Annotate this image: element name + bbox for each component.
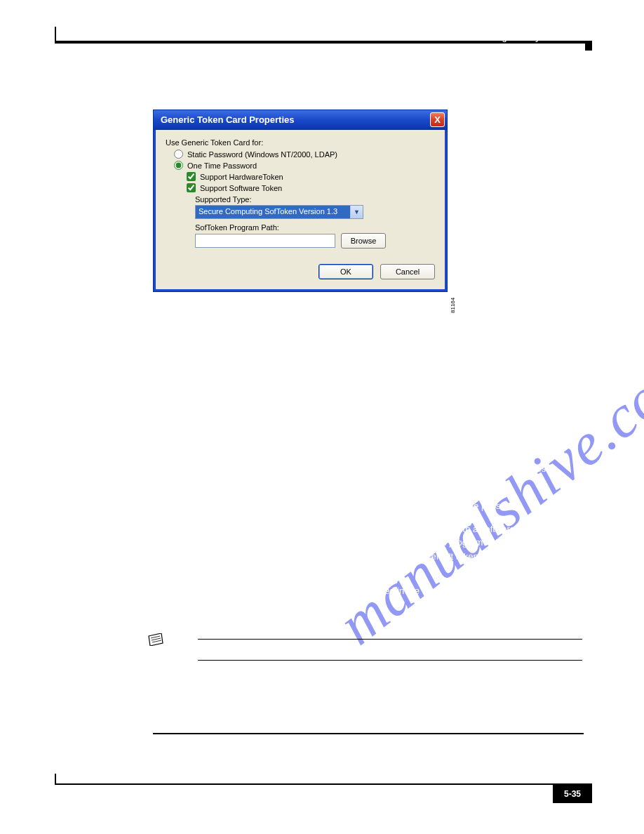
step-f-label: f.: [152, 609, 157, 620]
step-e-label: e.: [152, 585, 159, 596]
close-button[interactable]: X: [430, 112, 445, 127]
note-block: Note The Generic Token Card Properties s…: [166, 639, 584, 661]
step-b-text: Choose either the Static Password (Windo…: [152, 369, 554, 393]
checkbox-software-token[interactable]: Support Software Token: [187, 183, 435, 192]
bullet-1: If you selected Static Password (Windows…: [170, 438, 584, 452]
program-path-label: SofToken Program Path:: [195, 223, 435, 232]
section-title: Setting Security Parameters: [481, 34, 584, 42]
step-d: d. If you checked the Support Software T…: [152, 536, 584, 577]
note-label: Note: [166, 643, 186, 654]
step-d-label: d.: [152, 537, 160, 548]
browse-button[interactable]: Browse: [341, 233, 386, 249]
checkbox-sw-label: Support Software Token: [200, 184, 282, 192]
radio-static-input[interactable]: [174, 150, 183, 159]
bullet-3: Support Hardware Token—A hardware token …: [184, 499, 584, 513]
svg-line-0: [151, 636, 160, 638]
page-number: 5-35: [553, 785, 592, 803]
step-c-label: c.: [152, 415, 159, 425]
figure-caption: Figure 5-15 Generic Token Card Propertie…: [153, 91, 367, 101]
bullet-2: If you selected One Time Password in Ste…: [170, 462, 584, 489]
step-c-text: Perform one of the following:: [161, 415, 277, 425]
svg-line-2: [152, 640, 161, 642]
note-rule-top: [198, 639, 582, 640]
chevron-down-icon: ▼: [350, 206, 363, 218]
figure-number: Figure 5-15: [153, 91, 198, 101]
step-12-text: Refer to Chapter 6 for instructions on a…: [169, 695, 431, 706]
note-text: The Generic Token Card Properties screen…: [198, 644, 582, 654]
footer-part-number: OL-16534-01: [55, 786, 96, 793]
dialog-body: Use Generic Token Card for: Static Passw…: [154, 130, 447, 291]
step-12: Step 12 Refer to Chapter 6 for instructi…: [129, 695, 584, 706]
radio-one-time-password[interactable]: One Time Password: [174, 161, 435, 170]
close-icon: X: [434, 115, 441, 124]
radio-static-label: Static Password (Windows NT/2000, LDAP): [187, 150, 337, 159]
step-e-text: Click OK to save your settings. The conf…: [161, 585, 493, 596]
svg-line-1: [152, 638, 161, 640]
step-f: f. Click OK to exit the security screen.: [152, 608, 584, 622]
token-card-dialog: Generic Token Card Properties X Use Gene…: [153, 110, 448, 292]
note-rule-bottom: [198, 660, 582, 661]
figure-text: Generic Token Card Properties Screen: [200, 91, 367, 101]
supported-type-dropdown[interactable]: Secure Computing SofToken Version 1.3 ▼: [195, 205, 363, 219]
program-path-input[interactable]: [195, 234, 335, 248]
header-corner-block: [585, 41, 592, 51]
step-f-text: Click OK to exit the security screen.: [160, 609, 304, 620]
checkbox-hw-input[interactable]: [187, 172, 196, 181]
step-e: e. Click OK to save your settings. The c…: [152, 584, 584, 598]
dialog-titlebar[interactable]: Generic Token Card Properties X: [154, 110, 447, 130]
section-heading: Enabling EAP-SIM: [112, 744, 234, 760]
cancel-button[interactable]: Cancel: [380, 264, 435, 279]
checkbox-hw-label: Support HardwareToken: [200, 173, 283, 181]
step-d-text: If you checked the Support Software Toke…: [152, 537, 563, 575]
footer-rule: [55, 783, 592, 785]
dialog-title: Generic Token Card Properties: [161, 114, 295, 125]
note-icon: [147, 633, 164, 646]
step-b-label: b.: [152, 369, 160, 379]
figure-id: 81164: [450, 298, 456, 313]
radio-otp-input[interactable]: [174, 161, 183, 170]
supported-type-value: Secure Computing SofToken Version 1.3: [196, 206, 350, 218]
ok-button[interactable]: OK: [318, 264, 373, 279]
step-c: c. Perform one of the following:: [152, 413, 584, 428]
radio-static-password[interactable]: Static Password (Windows NT/2000, LDAP): [174, 150, 435, 159]
checkbox-sw-input[interactable]: [187, 183, 196, 192]
step-12-label: Step 12: [129, 695, 161, 706]
radio-otp-label: One Time Password: [187, 161, 257, 170]
checkbox-hardware-token[interactable]: Support HardwareToken: [187, 172, 435, 181]
step-b: b. Choose either the Static Password (Wi…: [152, 367, 584, 395]
section-rule: [153, 733, 584, 734]
footer-doc-title: Cisco Aironet 802.11a/b/g Wireless LAN C…: [56, 774, 549, 782]
supported-type-label: Supported Type:: [195, 195, 435, 204]
dialog-prompt: Use Generic Token Card for:: [166, 138, 435, 147]
